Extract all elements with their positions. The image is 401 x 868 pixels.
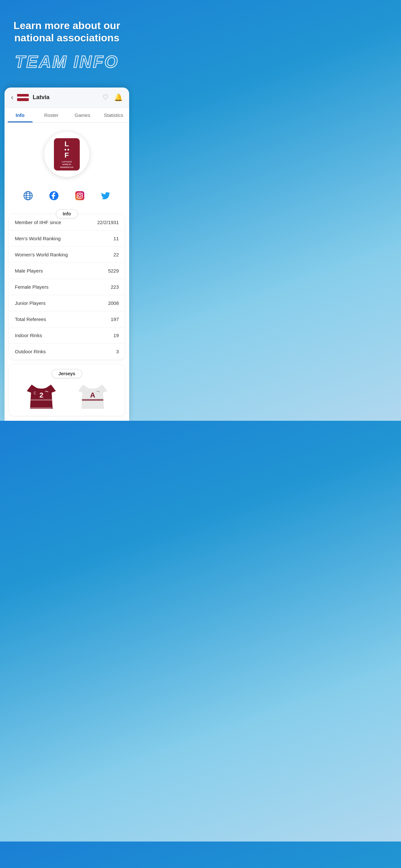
website-button[interactable] (21, 189, 35, 203)
table-row: Indoor Rinks 19 (9, 328, 125, 344)
info-value-male-players: 5229 (108, 268, 119, 274)
info-label-male-players: Male Players (15, 268, 43, 274)
table-row: Outdoor Rinks 3 (9, 344, 125, 360)
lhf-letter-l: L (65, 140, 69, 148)
info-value-women-ranking: 22 (113, 252, 119, 257)
table-row: Junior Players 2008 (9, 295, 125, 311)
team-info-logo: TEAM INFO (10, 52, 124, 71)
info-label-outdoor-rinks: Outdoor Rinks (15, 349, 46, 354)
info-table: Member of IIHF since 22/2/1931 Men's Wor… (9, 214, 125, 360)
header-left: ‹ Latvia (11, 93, 50, 102)
lhf-subtitle: LATVIJASHOKEJAFEDERĀCIJA (60, 160, 73, 168)
info-label-men-ranking: Men's World Ranking (15, 236, 61, 241)
info-value-iihf: 22/2/1931 (97, 220, 119, 225)
team-logo-circle: L F LATVIJASHOKEJAFEDERĀCIJA (44, 132, 89, 177)
tab-statistics[interactable]: Statistics (98, 108, 129, 122)
svg-point-9 (82, 193, 83, 194)
jerseys-badge-label: Jerseys (52, 369, 82, 378)
facebook-button[interactable] (47, 189, 61, 203)
header-right: ♡ 🔔 (102, 93, 123, 102)
info-label-female-players: Female Players (15, 284, 49, 290)
info-label-iihf: Member of IIHF since (15, 220, 61, 225)
table-row: Women's World Ranking 22 (9, 247, 125, 263)
favorite-button[interactable]: ♡ (102, 93, 109, 102)
jerseys-content: 2 C A (9, 381, 125, 415)
info-label-referees: Total Referees (15, 316, 46, 322)
tab-roster[interactable]: Roster (36, 108, 67, 122)
svg-text:C: C (34, 392, 36, 395)
hero-title: Learn more about our national associatio… (10, 20, 124, 44)
info-label-women-ranking: Women's World Ranking (15, 252, 68, 257)
info-value-outdoor-rinks: 3 (116, 349, 119, 354)
twitter-icon (101, 191, 111, 200)
social-section (4, 183, 129, 209)
info-value-indoor-rinks: 19 (113, 333, 119, 338)
tab-games[interactable]: Games (67, 108, 98, 122)
info-label-indoor-rinks: Indoor Rinks (15, 333, 42, 338)
facebook-icon (49, 191, 59, 200)
country-name: Latvia (33, 94, 50, 101)
away-jersey: A (76, 381, 109, 410)
logo-section: L F LATVIJASHOKEJAFEDERĀCIJA (4, 123, 129, 183)
notification-button[interactable]: 🔔 (114, 93, 123, 102)
svg-rect-6 (75, 191, 84, 200)
tabs: Info Roster Games Statistics (4, 108, 129, 123)
info-label-junior-players: Junior Players (15, 300, 45, 306)
globe-icon (23, 191, 33, 200)
table-row: Male Players 5229 (9, 263, 125, 279)
table-row: Female Players 223 (9, 279, 125, 295)
info-section-badge: Info (4, 209, 129, 218)
instagram-icon (75, 191, 85, 200)
home-jersey: 2 C (25, 381, 58, 410)
jerseys-section: Jerseys 2 C A (9, 365, 125, 415)
twitter-button[interactable] (98, 189, 113, 203)
app-card: ‹ Latvia ♡ 🔔 Info Roster Games Statistic… (4, 88, 129, 421)
table-row: Total Referees 197 (9, 311, 125, 328)
svg-text:A: A (90, 391, 95, 399)
card-header: ‹ Latvia ♡ 🔔 (4, 88, 129, 108)
lhf-dots (65, 149, 69, 151)
lhf-logo: L F LATVIJASHOKEJAFEDERĀCIJA (54, 138, 80, 170)
info-value-junior-players: 2008 (108, 300, 119, 306)
jerseys-badge: Jerseys (9, 365, 125, 381)
svg-text:2: 2 (39, 391, 43, 399)
info-value-female-players: 223 (111, 284, 119, 290)
info-badge-label: Info (56, 209, 78, 218)
instagram-button[interactable] (73, 189, 87, 203)
latvia-flag (17, 94, 29, 101)
info-value-men-ranking: 11 (113, 236, 119, 241)
table-row: Men's World Ranking 11 (9, 230, 125, 247)
info-value-referees: 197 (111, 316, 119, 322)
back-button[interactable]: ‹ (11, 93, 13, 102)
tab-info[interactable]: Info (4, 108, 36, 122)
hero-section: Learn more about our national associatio… (0, 0, 134, 88)
lhf-letter-f: F (65, 151, 69, 159)
